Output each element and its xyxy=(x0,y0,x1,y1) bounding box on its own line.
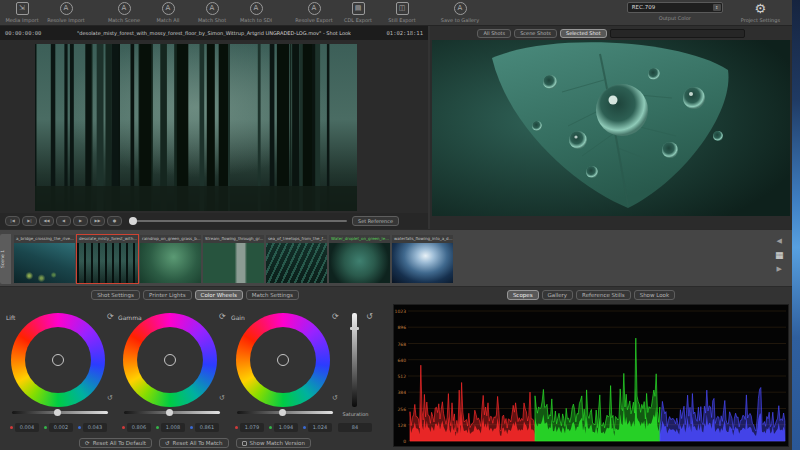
thumbnail-bridge[interactable]: a_bridge_crossing_the_rive... xyxy=(14,235,75,283)
thumbnail-waterfall[interactable]: waterfalls_flowing_into_a_d... xyxy=(392,235,453,283)
project-settings-button[interactable]: ⚙ Project Settings xyxy=(741,2,780,23)
save-to-gallery-icon: A xyxy=(454,2,467,15)
timeline-scrubber[interactable] xyxy=(133,220,347,222)
thumbnail-stream[interactable]: Stream_flowing_through_gr... xyxy=(203,235,264,283)
playhead-handle[interactable] xyxy=(129,217,137,225)
thumbnail-treetops[interactable]: sea_of_treetops_from_the_f... xyxy=(266,235,327,283)
gamma-blue-value[interactable]: 0.861 xyxy=(195,423,219,432)
tab-show-look[interactable]: Show Look xyxy=(634,290,675,300)
save-to-gallery-button[interactable]: A Save to Gallery xyxy=(438,2,482,23)
tab-selected-shot[interactable]: Selected Shot xyxy=(560,29,607,38)
gain-green-value[interactable]: 1.094 xyxy=(274,423,298,432)
gamma-green-value[interactable]: 1.008 xyxy=(161,423,185,432)
thumbnail-image xyxy=(392,243,453,283)
tab-printer-lights[interactable]: Printer Lights xyxy=(143,290,192,300)
lift-blue-value[interactable]: 0.043 xyxy=(83,423,107,432)
gain-blue-value[interactable]: 1.024 xyxy=(308,423,332,432)
match-shot-button[interactable]: A Match Shot xyxy=(190,2,234,23)
scope-panel: Scopes Gallery Reference Stills Show Loo… xyxy=(390,287,792,450)
tab-match-settings[interactable]: Match Settings xyxy=(246,290,299,300)
next-page-icon[interactable]: ▶ xyxy=(777,265,782,274)
loop-button[interactable]: ● xyxy=(107,216,122,226)
media-import-button[interactable]: ⇲ Media Import xyxy=(0,2,44,23)
tab-reference-stills[interactable]: Reference Stills xyxy=(576,290,631,300)
lift-green-value[interactable]: 0.002 xyxy=(49,423,73,432)
transport-bar: |◀ ▶| ◀◀ ◀ ▶ ▶▶ ● Set Reference xyxy=(0,213,428,229)
saturation-reset-icon[interactable]: ↺ xyxy=(366,312,373,321)
gain-wheel[interactable] xyxy=(236,313,330,407)
thumbnail-image xyxy=(77,243,138,283)
step-back-button[interactable]: ◀ xyxy=(56,216,71,226)
forest-video-preview[interactable] xyxy=(35,44,357,211)
tab-color-wheels[interactable]: Color Wheels xyxy=(195,290,243,300)
svg-text:640: 640 xyxy=(397,358,406,363)
tab-scopes[interactable]: Scopes xyxy=(507,290,539,300)
rewind-button[interactable]: ◀◀ xyxy=(39,216,54,226)
thumbnail-forest-selected[interactable]: desolate_misty_forest_with... xyxy=(77,235,138,283)
thumbnail-image xyxy=(14,243,75,283)
reset-all-default-button[interactable]: ⟳ Reset All To Default xyxy=(79,438,152,448)
jump-end-button[interactable]: ▶| xyxy=(22,216,37,226)
gallery-icon[interactable]: ▦ xyxy=(775,251,784,260)
svg-text:128: 128 xyxy=(397,423,406,428)
fast-forward-button[interactable]: ▶▶ xyxy=(90,216,105,226)
prev-page-icon[interactable]: ◀ xyxy=(777,237,782,246)
lift-luma-handle[interactable] xyxy=(54,409,61,416)
cdl-export-button[interactable]: ▤ CDL Export xyxy=(336,2,380,23)
resolve-export-button[interactable]: A Resolve Export xyxy=(292,2,336,23)
set-reference-button[interactable]: Set Reference xyxy=(352,216,399,226)
gamma-undo-icon[interactable]: ↺ xyxy=(219,394,225,402)
leaf-video-preview[interactable] xyxy=(432,40,790,216)
timecode-current: 01:02:18:11 xyxy=(387,30,423,36)
lift-wheel[interactable] xyxy=(11,313,105,407)
gain-red-value[interactable]: 1.079 xyxy=(240,423,264,432)
gain-luma-handle[interactable] xyxy=(279,409,286,416)
gain-undo-icon[interactable]: ↺ xyxy=(332,394,338,402)
rgb-parade-scope[interactable]: 1023 896 768 640 512 384 256 128 0 xyxy=(393,304,789,447)
saturation-value[interactable]: 84 xyxy=(338,423,372,432)
gamma-reset-icon[interactable]: ⟳ xyxy=(219,312,226,321)
still-export-button[interactable]: ◫ Still Export xyxy=(380,2,424,23)
lift-reset-icon[interactable]: ⟳ xyxy=(107,312,114,321)
compare-looks-dropdown[interactable] xyxy=(610,29,745,38)
jump-start-button[interactable]: |◀ xyxy=(5,216,20,226)
tab-gallery[interactable]: Gallery xyxy=(542,290,574,300)
green-dot-icon xyxy=(156,426,159,429)
gamma-wheel-handle[interactable] xyxy=(164,354,176,366)
media-import-icon: ⇲ xyxy=(16,2,29,15)
match-scene-button[interactable]: A Match Scene xyxy=(102,2,146,23)
timecode-in: 00:00:00:00 xyxy=(5,30,41,36)
shot-filter-bar: All Shots Scene Shots Selected Shot xyxy=(430,26,792,40)
lift-undo-icon[interactable]: ↺ xyxy=(107,394,113,402)
gamma-wheel[interactable] xyxy=(123,313,217,407)
clip-title: "desolate_misty_forest_with_mossy_forest… xyxy=(77,30,351,36)
gain-reset-icon[interactable]: ⟳ xyxy=(332,312,339,321)
thumbnail-water-droplet[interactable]: Water_droplet_on_green_le... xyxy=(329,235,390,283)
lift-wheel-handle[interactable] xyxy=(52,354,64,366)
tab-all-shots[interactable]: All Shots xyxy=(477,29,511,38)
gamma-luma-handle[interactable] xyxy=(166,409,173,416)
tab-shot-settings[interactable]: Shot Settings xyxy=(91,290,140,300)
color-grading-app: ⇲ Media Import A Resolve Import A Match … xyxy=(0,0,800,450)
cdl-export-icon: ▤ xyxy=(352,2,365,15)
thumbnail-grass[interactable]: raindrop_on_green_grass_b... xyxy=(140,235,201,283)
reset-all-match-button[interactable]: ↺ Reset All To Match xyxy=(159,438,229,448)
show-match-version-checkbox[interactable]: Show Match Version xyxy=(236,438,311,448)
tab-scene-shots[interactable]: Scene Shots xyxy=(514,29,557,38)
svg-text:896: 896 xyxy=(397,325,406,330)
match-all-button[interactable]: A Match All xyxy=(146,2,190,23)
scene-tab[interactable]: Scene 1 xyxy=(0,234,11,284)
match-to-sdi-icon: A xyxy=(250,2,263,15)
svg-text:0: 0 xyxy=(403,439,406,444)
red-dot-icon xyxy=(122,426,125,429)
lift-red-value[interactable]: 0.004 xyxy=(15,423,39,432)
gamma-label: Gamma xyxy=(118,314,142,321)
saturation-handle[interactable] xyxy=(350,327,359,330)
gamma-red-value[interactable]: 0.806 xyxy=(127,423,151,432)
green-dot-icon xyxy=(44,426,47,429)
output-color-select[interactable]: REC.709 ⇕ xyxy=(627,2,723,13)
play-button[interactable]: ▶ xyxy=(73,216,88,226)
gain-wheel-handle[interactable] xyxy=(277,354,289,366)
resolve-import-button[interactable]: A Resolve Import xyxy=(44,2,88,23)
match-to-sdi-button[interactable]: A Match to SDI xyxy=(234,2,278,23)
